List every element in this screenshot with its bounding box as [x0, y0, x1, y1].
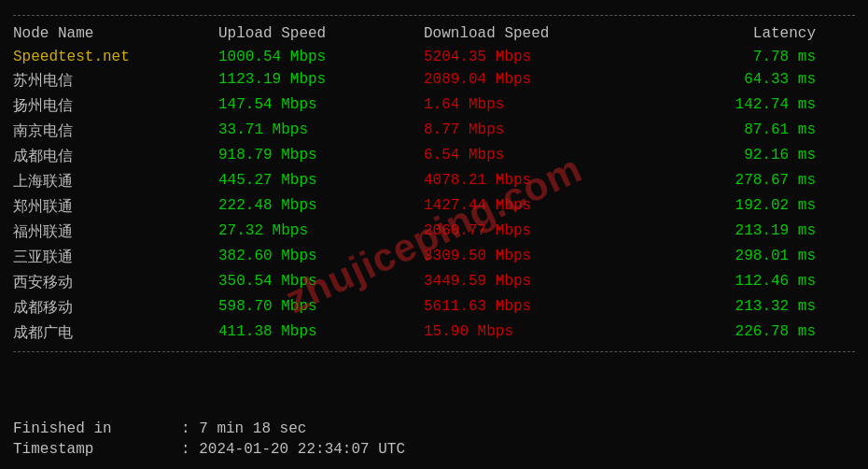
latency-value: 64.33 ms [657, 71, 825, 91]
upload-speed: 411.38 Mbps [218, 323, 424, 343]
upload-speed: 918.79 Mbps [218, 147, 424, 166]
bottom-divider [13, 351, 855, 352]
latency-value: 92.16 ms [657, 147, 825, 166]
upload-speed: 598.70 Mbps [218, 298, 424, 318]
download-speed: 2060.77 Mbps [424, 222, 657, 242]
download-speed: 3449.59 Mbps [424, 273, 657, 292]
latency-value: 87.61 ms [657, 121, 825, 141]
table-row: 郑州联通 222.48 Mbps 1427.44 Mbps 192.02 ms [13, 194, 855, 220]
table-row: Speedtest.net 1000.54 Mbps 5204.35 Mbps … [13, 46, 855, 68]
finished-value: : 7 min 18 sec [181, 420, 306, 437]
top-divider [13, 15, 855, 16]
latency-value: 213.19 ms [657, 222, 825, 242]
table-row: 成都电信 918.79 Mbps 6.54 Mbps 92.16 ms [13, 144, 855, 169]
col-latency: Latency [657, 25, 825, 42]
timestamp-row: Timestamp : 2024-01-20 22:34:07 UTC [13, 439, 855, 460]
upload-speed: 445.27 Mbps [218, 172, 424, 192]
table-row: 三亚联通 382.60 Mbps 3309.50 Mbps 298.01 ms [13, 245, 855, 270]
download-speed: 1.64 Mbps [424, 96, 657, 116]
speed-table: Node Name Upload Speed Download Speed La… [13, 21, 855, 346]
table-header: Node Name Upload Speed Download Speed La… [13, 21, 855, 46]
col-download: Download Speed [424, 25, 657, 42]
node-name: 南京电信 [13, 121, 218, 141]
upload-speed: 33.71 Mbps [218, 121, 424, 141]
download-speed: 1427.44 Mbps [424, 197, 657, 217]
table-row: 南京电信 33.71 Mbps 8.77 Mbps 87.61 ms [13, 119, 855, 144]
col-node-name: Node Name [13, 25, 218, 42]
upload-speed: 382.60 Mbps [218, 248, 424, 267]
download-speed: 5204.35 Mbps [424, 49, 657, 65]
node-name: Speedtest.net [13, 49, 218, 65]
latency-value: 226.78 ms [657, 323, 825, 343]
node-name: 成都电信 [13, 147, 218, 166]
latency-value: 7.78 ms [657, 49, 825, 65]
download-speed: 3309.50 Mbps [424, 248, 657, 267]
latency-value: 112.46 ms [657, 273, 825, 292]
timestamp-label: Timestamp [13, 441, 181, 458]
table-body: Speedtest.net 1000.54 Mbps 5204.35 Mbps … [13, 46, 855, 346]
col-upload: Upload Speed [218, 25, 424, 42]
latency-value: 213.32 ms [657, 298, 825, 318]
node-name: 福州联通 [13, 222, 218, 242]
upload-speed: 1123.19 Mbps [218, 71, 424, 91]
latency-value: 142.74 ms [657, 96, 825, 116]
upload-speed: 147.54 Mbps [218, 96, 424, 116]
node-name: 苏州电信 [13, 71, 218, 91]
node-name: 成都移动 [13, 298, 218, 318]
download-speed: 5611.63 Mbps [424, 298, 657, 318]
upload-speed: 1000.54 Mbps [218, 49, 424, 65]
node-name: 三亚联通 [13, 248, 218, 267]
upload-speed: 350.54 Mbps [218, 273, 424, 292]
table-row: 成都广电 411.38 Mbps 15.90 Mbps 226.78 ms [13, 320, 855, 346]
finished-row: Finished in : 7 min 18 sec [13, 419, 855, 439]
latency-value: 192.02 ms [657, 197, 825, 217]
table-row: 苏州电信 1123.19 Mbps 2089.04 Mbps 64.33 ms [13, 68, 855, 93]
download-speed: 4078.21 Mbps [424, 172, 657, 192]
node-name: 成都广电 [13, 323, 218, 343]
node-name: 郑州联通 [13, 197, 218, 217]
download-speed: 2089.04 Mbps [424, 71, 657, 91]
node-name: 西安移动 [13, 273, 218, 292]
latency-value: 298.01 ms [657, 248, 825, 267]
node-name: 扬州电信 [13, 96, 218, 116]
table-row: 福州联通 27.32 Mbps 2060.77 Mbps 213.19 ms [13, 220, 855, 245]
main-container: Node Name Upload Speed Download Speed La… [0, 0, 868, 411]
table-row: 西安移动 350.54 Mbps 3449.59 Mbps 112.46 ms [13, 270, 855, 295]
finished-label: Finished in [13, 420, 181, 437]
timestamp-value: : 2024-01-20 22:34:07 UTC [181, 441, 405, 458]
download-speed: 8.77 Mbps [424, 121, 657, 141]
download-speed: 15.90 Mbps [424, 323, 657, 343]
upload-speed: 27.32 Mbps [218, 222, 424, 242]
table-row: 上海联通 445.27 Mbps 4078.21 Mbps 278.67 ms [13, 169, 855, 194]
table-row: 成都移动 598.70 Mbps 5611.63 Mbps 213.32 ms [13, 295, 855, 320]
upload-speed: 222.48 Mbps [218, 197, 424, 217]
footer: Finished in : 7 min 18 sec Timestamp : 2… [0, 411, 868, 469]
download-speed: 6.54 Mbps [424, 147, 657, 166]
latency-value: 278.67 ms [657, 172, 825, 192]
node-name: 上海联通 [13, 172, 218, 192]
table-row: 扬州电信 147.54 Mbps 1.64 Mbps 142.74 ms [13, 93, 855, 119]
